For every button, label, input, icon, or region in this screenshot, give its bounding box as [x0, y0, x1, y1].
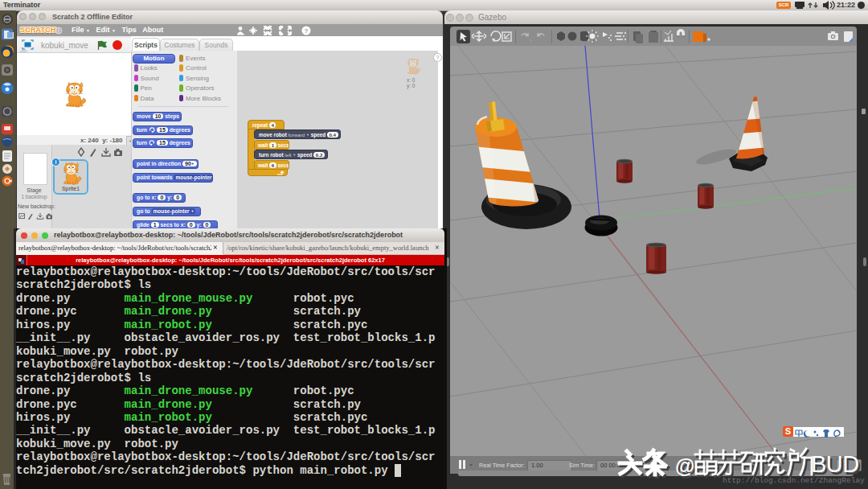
svg-text:@: @ [675, 454, 694, 477]
svg-text:BUD: BUD [811, 451, 859, 477]
svg-text:?: ? [305, 27, 309, 35]
